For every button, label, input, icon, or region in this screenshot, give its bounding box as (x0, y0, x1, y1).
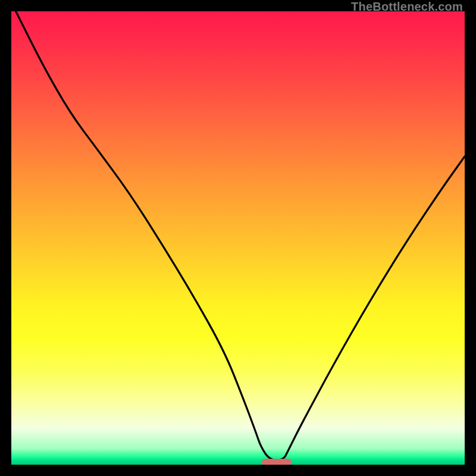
chart-frame (11, 11, 465, 465)
bottleneck-marker (262, 459, 292, 465)
chart-curve-layer (11, 11, 465, 465)
bottleneck-curve (16, 11, 465, 460)
watermark-text: TheBottleneck.com (351, 0, 463, 14)
